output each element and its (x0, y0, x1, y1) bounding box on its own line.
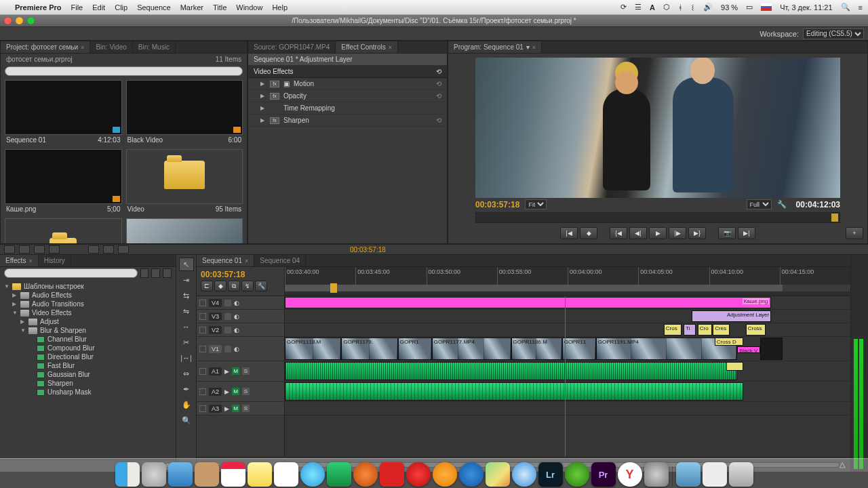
audio-clip[interactable] (285, 362, 737, 380)
tab-sequence-04[interactable]: Sequence 04 (254, 255, 306, 266)
track-header-v4[interactable]: V4◐ (197, 296, 284, 310)
effects-tree-item[interactable]: Unsharp Mask (4, 388, 172, 396)
rolling-edit-tool[interactable]: ⇋ (179, 304, 194, 318)
mute-button[interactable]: M (232, 388, 239, 395)
playhead[interactable] (565, 296, 566, 457)
clip[interactable]: GOPR1118.M (285, 338, 341, 360)
wifi-icon[interactable]: ⧙ (691, 3, 695, 12)
yandex-icon[interactable]: Y (618, 462, 642, 487)
bin-item[interactable] (5, 218, 122, 243)
effects-tree-item[interactable]: ▼Шаблоны настроек (4, 282, 172, 291)
flag-icon[interactable] (761, 3, 772, 11)
selection-tool[interactable]: ↖ (179, 258, 194, 271)
effect-row-timeremap[interactable]: ▶Time Remapping (248, 102, 447, 115)
messages-icon[interactable] (300, 462, 325, 487)
adobe-icon[interactable]: A (650, 3, 655, 12)
marker-button[interactable]: ◆ (214, 281, 226, 291)
menu-help[interactable]: Help (272, 3, 288, 12)
clip[interactable]: GOPR1177.MP4 (432, 338, 511, 360)
effects-tree-item[interactable]: ▶Adjust (4, 317, 172, 326)
set-in-button[interactable]: {◀ (610, 227, 627, 239)
icon-view-icon[interactable] (19, 245, 30, 253)
effects-tree-item[interactable]: Channel Blur (4, 335, 172, 344)
menu-marker[interactable]: Marker (180, 3, 203, 12)
pen-tool[interactable]: ✒ (179, 382, 194, 396)
wrench-button[interactable]: 🔧 (255, 281, 267, 291)
minimize-window-icon[interactable] (16, 17, 23, 24)
export-frame-button[interactable]: 📷 (718, 227, 736, 239)
program-viewport[interactable] (475, 58, 840, 198)
menu-sequence[interactable]: Sequence (137, 3, 171, 12)
fx-filter-icon[interactable] (151, 268, 160, 278)
finder-icon[interactable] (115, 462, 140, 487)
clip[interactable]: Adjustment Layer (692, 310, 771, 322)
lock-icon[interactable] (199, 313, 206, 320)
fx-filter-icon[interactable] (163, 268, 172, 278)
downloads-icon[interactable] (676, 462, 701, 487)
ibooks-icon[interactable] (433, 462, 457, 487)
clip[interactable]: Cro (698, 324, 712, 336)
bin-item[interactable]: Black Video6:00 (126, 80, 243, 145)
snap-button[interactable]: ⊏ (201, 281, 213, 291)
bin-item[interactable] (126, 218, 243, 243)
effects-tree-item[interactable]: Sharpen (4, 379, 172, 388)
utorrent-icon[interactable] (565, 462, 589, 487)
eye-icon[interactable] (224, 300, 231, 306)
lock-icon[interactable] (199, 327, 206, 333)
trash-icon[interactable] (729, 462, 753, 487)
safari-icon[interactable] (512, 462, 536, 487)
link-button[interactable]: ⧉ (228, 281, 240, 291)
maps-icon[interactable] (486, 462, 510, 487)
premiere-icon[interactable]: Pr (591, 462, 616, 487)
step-back-button[interactable]: ◀| (629, 227, 647, 239)
bin-item[interactable]: Sequence 014:12:03 (5, 80, 122, 145)
eye-icon[interactable] (224, 313, 231, 320)
tab-effect-controls[interactable]: Effect Controls× (336, 41, 398, 53)
mute-button[interactable]: M (232, 367, 239, 375)
effects-tree-item[interactable]: ▼Video Effects (4, 308, 172, 317)
tab-source[interactable]: Source: GOPR1047.MP4 (248, 41, 336, 53)
tab-program[interactable]: Program: Sequence 01 ▾× (448, 41, 542, 53)
clip[interactable]: Ti (684, 324, 696, 336)
appstore-icon[interactable] (459, 462, 484, 487)
lock-icon[interactable] (199, 405, 206, 412)
zoom-tool[interactable]: 🔍 (179, 413, 194, 427)
lock-icon[interactable] (199, 300, 206, 306)
effect-row-opacity[interactable]: ▶fxOpacity⟲ (248, 90, 447, 102)
slip-tool[interactable]: |↔| (179, 351, 194, 365)
preferences-icon[interactable] (644, 462, 669, 487)
tab-history[interactable]: History (39, 255, 71, 266)
facetime-icon[interactable] (327, 462, 351, 487)
close-icon[interactable]: × (389, 44, 392, 51)
mute-button[interactable]: M (232, 405, 239, 412)
track-header-a1[interactable]: A1▶MS (197, 361, 284, 382)
tab-bin-video[interactable]: Bin: Video (90, 41, 132, 53)
hand-tool[interactable]: ✋ (179, 398, 194, 411)
tab-sequence-01[interactable]: Sequence 01× (197, 255, 254, 266)
reset-icon[interactable]: ⟲ (436, 80, 441, 87)
rate-stretch-tool[interactable]: ↔ (179, 320, 194, 333)
effects-tree-item[interactable]: Gaussian Blur (4, 370, 172, 379)
tab-project[interactable]: Project: фотосет семьи× (1, 41, 90, 53)
clip[interactable]: Cross D (715, 338, 743, 346)
track-header-a2[interactable]: A2▶MS (197, 382, 284, 402)
menu-clip[interactable]: Clip (115, 3, 127, 12)
clip[interactable]: GOPR1 (398, 338, 432, 360)
program-scrubber[interactable] (475, 212, 840, 223)
effects-tree-item[interactable]: Compound Blur (4, 344, 172, 352)
tab-effects[interactable]: Effects× (0, 255, 39, 266)
marker-icon[interactable] (330, 283, 337, 293)
list-view-icon[interactable] (4, 245, 15, 253)
effects-tree-item[interactable]: Fast Blur (4, 361, 172, 370)
app-name[interactable]: Premiere Pro (15, 3, 61, 12)
clip[interactable]: GOPR1179. (341, 338, 397, 360)
goto-out-button[interactable]: ▶| (738, 227, 755, 239)
playhead-icon[interactable] (831, 214, 838, 222)
reset-icon[interactable]: ⟲ (436, 92, 441, 100)
itunes-icon[interactable] (406, 462, 431, 487)
track-header-v2[interactable]: V2◐ (197, 323, 284, 337)
effects-search-input[interactable] (4, 268, 138, 278)
documents-icon[interactable] (703, 462, 727, 487)
effect-row-sharpen[interactable]: ▶fxSharpen⟲ (248, 115, 447, 127)
lock-icon[interactable] (199, 346, 206, 352)
